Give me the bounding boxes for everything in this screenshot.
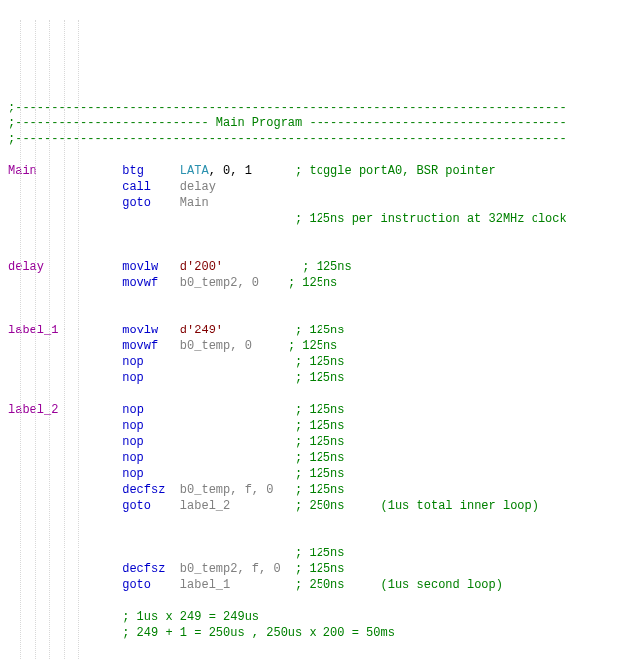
mnemonic: call: [122, 180, 151, 194]
title-separator: ;--------------------------- Main Progra…: [8, 116, 567, 130]
comment: ; 125ns: [295, 435, 344, 449]
operand: b0_temp2, f, 0: [180, 562, 281, 576]
mnemonic: decfsz: [122, 483, 165, 497]
comment: ; toggle portA0, BSR pointer: [295, 164, 496, 178]
mnemonic: goto: [122, 196, 151, 210]
code-block: ;---------------------------------------…: [8, 100, 644, 659]
comment: ; 249 + 1 = 250us , 250us x 200 = 50ms: [122, 626, 395, 640]
mnemonic: btg: [122, 164, 144, 178]
comment: ; 125ns: [295, 562, 344, 576]
operand: delay: [180, 180, 216, 194]
label-2: label_2: [8, 403, 58, 417]
operand: LATA: [180, 164, 209, 178]
comment: ; 125ns: [302, 260, 351, 274]
comment: (1us total inner loop): [381, 499, 538, 513]
separator: ;---------------------------------------…: [8, 101, 567, 114]
comment: ; 250ns: [295, 578, 344, 592]
mnemonic: nop: [122, 371, 144, 385]
comment: ; 125ns: [295, 451, 344, 465]
comment: ; 125ns: [295, 547, 344, 560]
comment: ; 125ns: [288, 339, 337, 353]
comment: ; 125ns: [288, 276, 337, 290]
label-delay: delay: [8, 260, 44, 274]
mnemonic: movlw: [122, 260, 158, 274]
mnemonic: nop: [122, 419, 144, 433]
label-main: Main: [8, 164, 37, 178]
label-1: label_1: [8, 324, 58, 337]
comment: (1us second loop): [381, 578, 503, 592]
mnemonic: decfsz: [122, 562, 165, 576]
mnemonic: nop: [122, 435, 144, 449]
comment: ; 1us x 249 = 249us: [122, 610, 259, 624]
mnemonic: nop: [122, 403, 144, 417]
comment: ; 125ns: [295, 403, 344, 417]
literal: d'200': [180, 260, 223, 274]
mnemonic: movwf: [122, 339, 158, 353]
mnemonic: goto: [122, 578, 151, 592]
mnemonic: nop: [122, 355, 144, 369]
operand: label_1: [180, 578, 230, 592]
comment: ; 125ns: [295, 371, 344, 385]
mnemonic: nop: [122, 467, 144, 481]
operand: , 0, 1: [209, 164, 252, 178]
mnemonic: movlw: [122, 324, 158, 337]
operand: label_2: [180, 499, 230, 513]
mnemonic: movwf: [122, 276, 158, 290]
comment: ; 125ns: [295, 419, 344, 433]
comment: ; 125ns: [295, 324, 344, 337]
comment: ; 125ns: [295, 467, 344, 481]
operand: b0_temp, f, 0: [180, 483, 274, 497]
mnemonic: nop: [122, 451, 144, 465]
comment: ; 250ns: [295, 499, 344, 513]
comment: ; 125ns: [295, 483, 344, 497]
mnemonic: goto: [122, 499, 151, 513]
literal: d'249': [180, 324, 223, 337]
comment: ; 125ns: [295, 355, 344, 369]
operand: b0_temp, 0: [180, 339, 252, 353]
comment: ; 125ns per instruction at 32MHz clock: [295, 212, 567, 226]
operand: b0_temp2, 0: [180, 276, 259, 290]
operand: Main: [180, 196, 209, 210]
separator: ;---------------------------------------…: [8, 132, 567, 146]
